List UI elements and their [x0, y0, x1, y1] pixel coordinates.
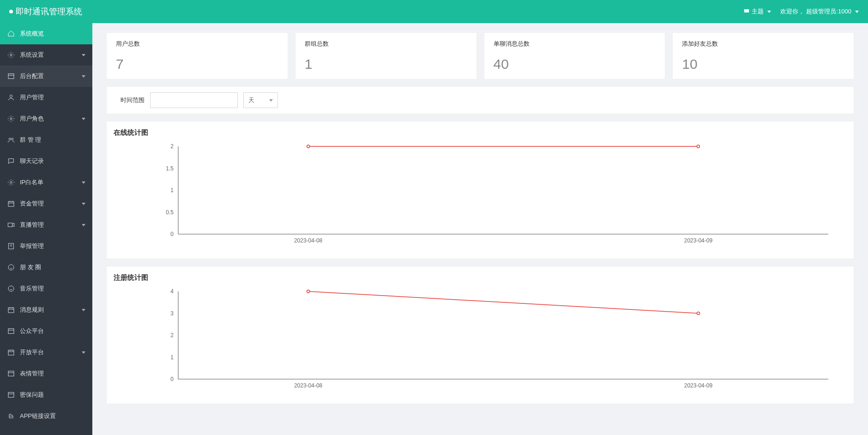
- svg-point-38: [307, 290, 310, 293]
- sidebar-item-5[interactable]: 群 管 理: [0, 129, 92, 151]
- chevron-down-icon: [82, 181, 85, 184]
- stats-row: 用户总数 7 群组总数 1 单聊消息总数 40 添加好友总数 10: [106, 32, 854, 79]
- sidebar-item-label: 举报管理: [20, 242, 44, 250]
- sidebar-item-6[interactable]: 聊天记录: [0, 151, 92, 172]
- sidebar-item-13[interactable]: 消息规则: [0, 299, 92, 320]
- gear-icon: [7, 115, 15, 123]
- sidebar-item-label: 系统设置: [20, 51, 44, 59]
- svg-rect-17: [8, 393, 14, 398]
- sidebar-item-label: 后台配置: [20, 72, 44, 80]
- filter-bar: 时间范围 天: [106, 86, 854, 114]
- date-range-input[interactable]: [150, 92, 238, 108]
- svg-point-1: [10, 54, 12, 56]
- theme-icon: [743, 8, 750, 16]
- svg-text:1: 1: [170, 354, 174, 361]
- svg-text:2023-04-09: 2023-04-09: [684, 382, 713, 389]
- panel-icon: [7, 72, 15, 80]
- sidebar-item-14[interactable]: 公众平台: [0, 320, 92, 342]
- logo-dot-icon: [9, 10, 13, 13]
- user-label: 超级管理员:1000: [806, 7, 851, 16]
- svg-text:1.5: 1.5: [166, 165, 174, 172]
- sidebar-item-17[interactable]: 密保问题: [0, 384, 92, 405]
- chevron-down-icon: [82, 224, 85, 226]
- svg-point-4: [10, 118, 12, 120]
- calendar-icon: [7, 199, 15, 208]
- svg-text:4: 4: [170, 288, 174, 295]
- sidebar-item-9[interactable]: 直播管理: [0, 214, 92, 236]
- stat-label: 添加好友总数: [682, 40, 844, 48]
- sidebar-item-1[interactable]: 系统设置: [0, 44, 92, 66]
- header-right: 主题 欢迎你， 超级管理员:1000: [743, 7, 859, 16]
- sidebar-item-2[interactable]: 后台配置: [0, 66, 92, 87]
- svg-point-3: [10, 95, 12, 97]
- sidebar-item-15[interactable]: 开放平台: [0, 342, 92, 363]
- stat-card-groups: 群组总数 1: [295, 32, 477, 79]
- sidebar-item-11[interactable]: 朋 友 圈: [0, 257, 92, 278]
- sidebar-item-label: 公众平台: [20, 327, 44, 335]
- svg-point-39: [697, 312, 699, 315]
- sidebar-item-0[interactable]: 系统概览: [0, 23, 92, 44]
- sidebar-item-label: 表情管理: [20, 369, 44, 378]
- calendar-icon: [7, 348, 15, 356]
- home-icon: [7, 30, 15, 38]
- svg-text:2: 2: [170, 332, 174, 338]
- chat-icon: [7, 157, 15, 165]
- svg-text:0: 0: [170, 231, 174, 237]
- caret-down-icon: [767, 11, 771, 13]
- sidebar-item-7[interactable]: IP白名单: [0, 172, 92, 193]
- sidebar-item-label: 群 管 理: [20, 136, 41, 144]
- stat-label: 群组总数: [305, 40, 467, 48]
- sidebar-item-label: 密保问题: [20, 391, 44, 399]
- sidebar-item-label: 聊天记录: [20, 157, 44, 165]
- svg-point-5: [9, 138, 11, 140]
- chevron-down-icon: [82, 75, 85, 78]
- calendar-icon: [7, 306, 15, 314]
- sidebar-item-10[interactable]: 举报管理: [0, 236, 92, 257]
- sidebar-item-label: 音乐管理: [20, 284, 44, 293]
- chevron-down-icon: [82, 203, 85, 205]
- svg-rect-8: [8, 201, 14, 206]
- unit-select-value: 天: [248, 96, 254, 104]
- app-title: 即时通讯管理系统: [16, 6, 82, 17]
- caret-down-icon: [269, 99, 273, 102]
- user-dropdown[interactable]: 欢迎你， 超级管理员:1000: [780, 7, 859, 16]
- gear-icon: [7, 178, 15, 187]
- sidebar-item-8[interactable]: 资金管理: [0, 193, 92, 214]
- theme-label: 主题: [752, 7, 764, 16]
- svg-rect-9: [8, 223, 12, 227]
- chart-title: 在线统计图: [114, 128, 847, 137]
- sidebar-item-label: 用户角色: [20, 115, 44, 123]
- sidebar-item-label: 资金管理: [20, 199, 44, 208]
- unit-select[interactable]: 天: [243, 92, 278, 108]
- sidebar-item-3[interactable]: 用户管理: [0, 87, 92, 108]
- svg-text:2: 2: [170, 143, 174, 150]
- svg-text:0.5: 0.5: [166, 209, 174, 216]
- svg-point-27: [307, 145, 310, 148]
- theme-dropdown[interactable]: 主题: [743, 7, 771, 16]
- svg-point-28: [697, 145, 699, 148]
- svg-text:3: 3: [170, 310, 174, 317]
- svg-text:2023-04-09: 2023-04-09: [684, 237, 713, 244]
- sidebar-item-12[interactable]: 音乐管理: [0, 278, 92, 299]
- sidebar-item-label: 消息规则: [20, 306, 44, 314]
- svg-rect-16: [8, 371, 14, 376]
- gear-icon: [7, 51, 15, 59]
- chevron-down-icon: [82, 309, 85, 311]
- online-line-chart: 00.511.522023-04-082023-04-09: [114, 142, 847, 248]
- svg-rect-13: [8, 308, 14, 313]
- sidebar-item-18[interactable]: APP链接设置: [0, 405, 92, 427]
- link-icon: [7, 412, 15, 420]
- svg-rect-15: [8, 350, 14, 355]
- panel-icon: [7, 391, 15, 399]
- sidebar-item-16[interactable]: 表情管理: [0, 363, 92, 384]
- svg-rect-2: [8, 74, 14, 79]
- panel-icon: [7, 369, 15, 378]
- sidebar-item-4[interactable]: 用户角色: [0, 108, 92, 129]
- report-icon: [7, 242, 15, 250]
- svg-point-12: [8, 286, 14, 291]
- svg-text:1: 1: [170, 187, 174, 193]
- sidebar-item-label: 系统概览: [20, 30, 44, 38]
- chart-title: 注册统计图: [114, 273, 847, 282]
- chevron-down-icon: [82, 54, 85, 56]
- stat-card-messages: 单聊消息总数 40: [484, 32, 666, 79]
